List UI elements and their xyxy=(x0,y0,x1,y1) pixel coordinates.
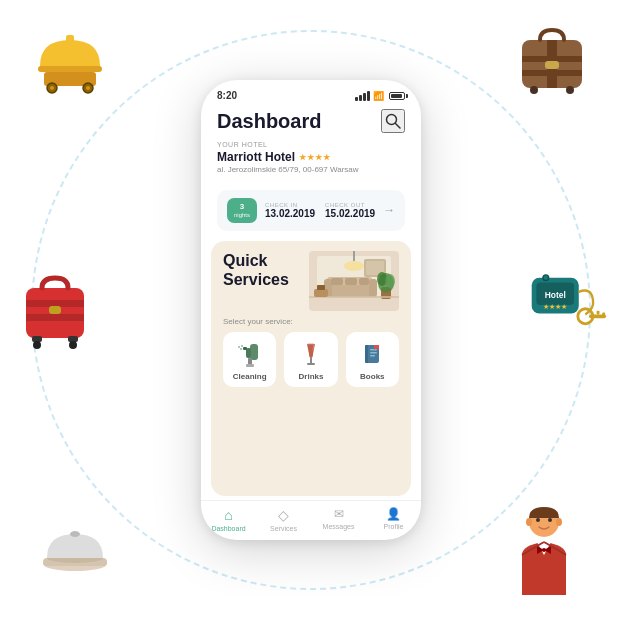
nav-dashboard-icon: ⌂ xyxy=(224,507,232,523)
screen-content: Dashboard YOUR HOTEL Marriott Hotel ★★★★… xyxy=(201,105,421,540)
svg-point-38 xyxy=(526,518,532,526)
service-cleaning[interactable]: Cleaning xyxy=(223,332,276,387)
nav-profile-label: Profile xyxy=(384,523,404,530)
phone-frame: 8:20 📶 Dashboard YOUR HO xyxy=(201,80,421,540)
checkin-bar: 3 nights CHECK IN 13.02.2019 CHECK OUT 1… xyxy=(217,190,405,231)
drinks-icon xyxy=(297,340,325,368)
page-title: Dashboard xyxy=(217,110,321,133)
checkout-date: 15.02.2019 xyxy=(325,208,375,219)
checkout-group: CHECK OUT 15.02.2019 xyxy=(325,202,375,219)
svg-point-41 xyxy=(548,518,552,522)
svg-rect-19 xyxy=(49,306,61,314)
svg-rect-56 xyxy=(345,278,357,285)
deco-hotel-key: Hotel ★★★★ xyxy=(527,273,607,343)
svg-line-44 xyxy=(396,124,401,129)
nav-messages-icon: ✉ xyxy=(334,507,344,521)
svg-point-23 xyxy=(69,341,77,349)
svg-point-14 xyxy=(530,86,538,94)
wifi-icon: 📶 xyxy=(373,91,384,101)
svg-rect-57 xyxy=(359,278,369,285)
nav-profile-icon: 👤 xyxy=(386,507,401,521)
service-items: Cleaning Drinks xyxy=(223,332,399,387)
svg-rect-8 xyxy=(66,35,74,43)
svg-text:Hotel: Hotel xyxy=(545,290,566,300)
svg-rect-79 xyxy=(370,355,375,357)
hotel-label: YOUR HOTEL xyxy=(217,141,405,148)
svg-point-36 xyxy=(70,531,80,537)
svg-rect-72 xyxy=(246,364,254,367)
svg-rect-2 xyxy=(38,66,102,72)
svg-rect-78 xyxy=(370,352,377,354)
nav-services-icon: ◇ xyxy=(278,507,289,523)
svg-point-22 xyxy=(33,341,41,349)
svg-rect-30 xyxy=(597,310,600,314)
battery-icon xyxy=(389,92,405,100)
svg-rect-77 xyxy=(370,349,377,351)
svg-rect-17 xyxy=(26,300,84,307)
deco-luggage xyxy=(512,20,592,95)
cleaning-icon xyxy=(236,340,264,368)
nav-messages-label: Messages xyxy=(323,523,355,530)
checkin-group: CHECK IN 13.02.2019 xyxy=(265,202,315,219)
hotel-address: al. Jerozolimskie 65/79, 00-697 Warsaw xyxy=(217,165,405,174)
svg-rect-64 xyxy=(317,285,325,290)
drinks-label: Drinks xyxy=(299,372,324,381)
svg-point-15 xyxy=(566,86,574,94)
deco-food-tray xyxy=(40,520,110,570)
svg-rect-55 xyxy=(331,278,343,285)
svg-point-5 xyxy=(50,86,54,90)
screen-header: Dashboard xyxy=(201,105,421,141)
checkin-dates: CHECK IN 13.02.2019 CHECK OUT 15.02.2019 xyxy=(265,202,375,219)
svg-rect-54 xyxy=(369,279,377,297)
deco-bell-cart xyxy=(30,30,110,100)
nav-dashboard-label: Dashboard xyxy=(211,525,245,532)
svg-point-39 xyxy=(556,518,562,526)
svg-point-7 xyxy=(86,86,90,90)
status-bar: 8:20 📶 xyxy=(201,80,421,105)
nights-badge: 3 nights xyxy=(227,198,257,223)
svg-point-40 xyxy=(536,518,540,522)
svg-text:★★★★: ★★★★ xyxy=(543,303,567,310)
qs-select-label: Select your service: xyxy=(223,317,399,326)
hotel-section: YOUR HOTEL Marriott Hotel ★★★★ al. Jeroz… xyxy=(201,141,421,184)
status-time: 8:20 xyxy=(217,90,237,101)
search-button[interactable] xyxy=(381,109,405,133)
nav-messages[interactable]: ✉ Messages xyxy=(311,507,366,532)
svg-point-61 xyxy=(385,274,395,288)
svg-rect-18 xyxy=(26,314,84,321)
svg-rect-67 xyxy=(243,347,247,350)
qs-title: QuickServices xyxy=(223,251,289,289)
books-label: Books xyxy=(360,372,384,381)
svg-rect-13 xyxy=(545,61,559,69)
status-icons: 📶 xyxy=(355,91,405,101)
room-illustration xyxy=(309,251,399,311)
books-icon xyxy=(358,340,386,368)
quick-services-card: QuickServices xyxy=(211,241,411,496)
svg-point-68 xyxy=(240,348,242,350)
bottom-nav: ⌂ Dashboard ◇ Services ✉ Messages 👤 Prof… xyxy=(201,500,421,540)
svg-point-50 xyxy=(344,261,364,271)
qs-header: QuickServices xyxy=(223,251,399,311)
svg-point-32 xyxy=(543,275,549,281)
svg-rect-74 xyxy=(307,363,315,365)
svg-rect-76 xyxy=(365,345,368,363)
nav-services[interactable]: ◇ Services xyxy=(256,507,311,532)
svg-point-69 xyxy=(238,346,240,348)
arrow-icon: → xyxy=(383,203,395,217)
cleaning-label: Cleaning xyxy=(233,372,267,381)
service-books[interactable]: Books xyxy=(346,332,399,387)
svg-rect-31 xyxy=(602,312,605,316)
svg-rect-63 xyxy=(314,289,328,297)
deco-concierge xyxy=(507,500,582,590)
svg-point-42 xyxy=(542,548,546,552)
checkin-date: 13.02.2019 xyxy=(265,208,315,219)
svg-point-70 xyxy=(241,345,243,347)
hotel-name: Marriott Hotel ★★★★ xyxy=(217,150,405,164)
deco-suitcase xyxy=(20,270,90,350)
service-drinks[interactable]: Drinks xyxy=(284,332,337,387)
hotel-stars: ★★★★ xyxy=(299,153,331,162)
svg-rect-65 xyxy=(250,344,258,360)
nav-services-label: Services xyxy=(270,525,297,532)
